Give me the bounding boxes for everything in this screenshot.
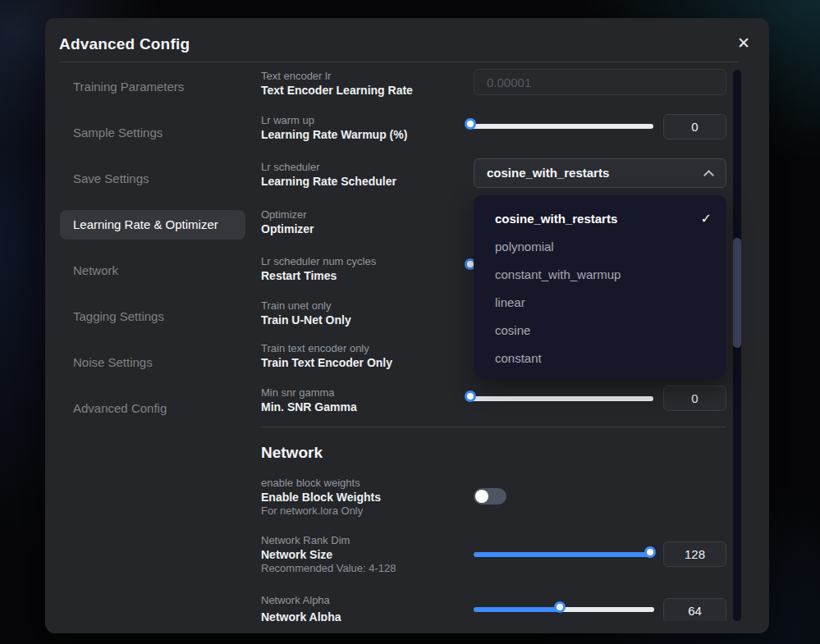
- option-label: cosine_with_restarts: [495, 212, 617, 226]
- min-snr-gamma-slider-track[interactable]: [466, 396, 653, 401]
- network-rank-dim-key: Network Rank Dim: [261, 534, 350, 546]
- min-snr-gamma-slider-thumb[interactable]: [465, 391, 476, 402]
- lr-scheduler-label: Learning Rate Scheduler: [261, 175, 396, 188]
- lr-scheduler-select[interactable]: cosine_with_restarts: [474, 158, 726, 188]
- sidebar-item-learning-rate-optimizer[interactable]: Learning Rate & Optimizer: [60, 210, 245, 240]
- lr-warmup-value[interactable]: 0: [663, 114, 726, 139]
- network-alpha-slider-thumb[interactable]: [554, 601, 566, 613]
- min-snr-gamma-label: Min. SNR Gamma: [261, 400, 357, 413]
- network-alpha-key: Network Alpha: [261, 594, 330, 606]
- dialog-content: Training Parameters Sample Settings Save…: [45, 62, 769, 621]
- enable-block-weights-label: Enable Block Weights: [261, 491, 381, 504]
- lr-warmup-label: Learning Rate Warmup (%): [261, 128, 407, 141]
- optimizer-label: Optimizer: [261, 222, 314, 235]
- enable-block-weights-key: enable block weights: [261, 477, 360, 489]
- network-rank-dim-value[interactable]: 128: [663, 541, 726, 567]
- text-encoder-lr-input[interactable]: [474, 69, 726, 95]
- optimizer-key: Optimizer: [261, 208, 307, 221]
- sidebar-item-save-settings[interactable]: Save Settings: [60, 164, 245, 194]
- train-text-encoder-only-key: Train text encoder only: [261, 342, 369, 354]
- network-rank-dim-slider-track[interactable]: [474, 552, 654, 557]
- check-icon: ✓: [701, 205, 712, 233]
- network-rank-dim-slider-thumb[interactable]: [644, 546, 656, 558]
- text-encoder-lr-key: Text encoder lr: [261, 70, 331, 82]
- sidebar-item-network[interactable]: Network: [60, 256, 245, 285]
- section-divider: [261, 427, 726, 427]
- dropdown-option-constant[interactable]: constant: [474, 345, 726, 372]
- network-alpha-label: Network Alpha: [261, 610, 341, 621]
- close-button[interactable]: ✕: [733, 33, 754, 54]
- restart-times-key: Lr scheduler num cycles: [261, 255, 376, 267]
- sidebar-item-sample-settings[interactable]: Sample Settings: [60, 118, 245, 148]
- train-unet-only-label: Train U-Net Only: [261, 313, 351, 327]
- dropdown-option-linear[interactable]: linear: [474, 289, 726, 317]
- network-section-heading: Network: [261, 444, 323, 462]
- sidebar-item-advanced-config[interactable]: Advanced Config: [60, 394, 245, 423]
- dropdown-option-cosine[interactable]: cosine: [474, 317, 726, 345]
- scrollbar-thumb[interactable]: [733, 238, 741, 348]
- restart-times-label: Restart Times: [261, 269, 337, 282]
- lr-warmup-slider-thumb[interactable]: [465, 118, 476, 130]
- lr-scheduler-dropdown-menu: cosine_with_restarts ✓ polynomial consta…: [474, 195, 726, 377]
- train-text-encoder-only-label: Train Text Encoder Only: [261, 356, 392, 369]
- option-label: linear: [495, 295, 525, 309]
- option-label: cosine: [495, 323, 530, 337]
- sidebar-item-training-parameters[interactable]: Training Parameters: [60, 72, 245, 102]
- option-label: constant_with_warmup: [495, 267, 621, 281]
- dropdown-option-constant-with-warmup[interactable]: constant_with_warmup: [474, 261, 726, 289]
- option-label: constant: [495, 351, 542, 365]
- sidebar-item-noise-settings[interactable]: Noise Settings: [60, 348, 245, 377]
- min-snr-gamma-key: Min snr gamma: [261, 386, 335, 399]
- network-alpha-value[interactable]: 64: [663, 598, 726, 621]
- enable-block-weights-toggle[interactable]: [474, 488, 506, 505]
- lr-warmup-key: Lr warm up: [261, 114, 314, 126]
- train-unet-only-key: Train unet only: [261, 299, 332, 312]
- option-label: polynomial: [495, 240, 554, 253]
- dropdown-option-polynomial[interactable]: polynomial: [474, 233, 726, 261]
- enable-block-weights-hint: For network.lora Only: [261, 505, 363, 517]
- min-snr-gamma-value[interactable]: 0: [663, 386, 726, 411]
- lr-scheduler-key: Lr scheduler: [261, 161, 320, 173]
- lr-warmup-slider-track[interactable]: [466, 124, 653, 129]
- dialog-title: Advanced Config: [59, 35, 190, 53]
- network-rank-dim-label: Network Size: [261, 548, 332, 561]
- lr-scheduler-selected-value: cosine_with_restarts: [474, 159, 726, 187]
- close-icon: ✕: [737, 34, 750, 52]
- toggle-knob: [475, 490, 488, 503]
- advanced-config-dialog: Advanced Config ✕ Training Parameters Sa…: [45, 18, 769, 633]
- network-rank-dim-hint: Recommended Value: 4-128: [261, 562, 396, 574]
- dropdown-option-cosine-with-restarts[interactable]: cosine_with_restarts ✓: [474, 205, 726, 233]
- text-encoder-lr-label: Text Encoder Learning Rate: [261, 84, 413, 97]
- sidebar-item-tagging-settings[interactable]: Tagging Settings: [60, 302, 245, 331]
